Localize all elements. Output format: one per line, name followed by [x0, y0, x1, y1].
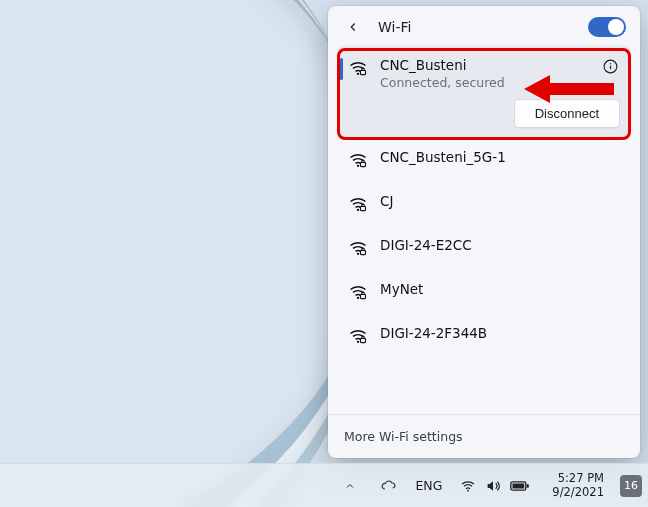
svg-rect-19: [513, 483, 525, 488]
svg-point-12: [357, 297, 359, 299]
network-ssid: DIGI-24-2F344B: [380, 324, 487, 342]
wifi-toggle[interactable]: [588, 17, 626, 37]
back-button[interactable]: [342, 16, 364, 38]
more-wifi-settings[interactable]: More Wi-Fi settings: [328, 414, 640, 458]
network-item[interactable]: CNC_Busteni_5G-1: [338, 138, 630, 180]
network-item[interactable]: MyNet: [338, 270, 630, 312]
info-icon[interactable]: [600, 56, 620, 76]
network-status: Connected, secured: [380, 75, 505, 90]
svg-rect-18: [527, 484, 529, 487]
wifi-secure-icon: [348, 58, 368, 78]
volume-icon: [485, 478, 501, 494]
wifi-flyout: Wi-Fi CNC_Busteni Connected, secured Dis…: [328, 6, 640, 458]
svg-point-1: [357, 73, 359, 75]
wifi-secure-icon: [348, 326, 368, 346]
network-ssid: DIGI-24-E2CC: [380, 236, 472, 254]
svg-point-6: [357, 165, 359, 167]
svg-rect-13: [361, 295, 366, 299]
taskbar: ENG 5:27 PM 9/2/2021 16: [0, 463, 648, 507]
network-item[interactable]: DIGI-24-E2CC: [338, 226, 630, 268]
onedrive-icon[interactable]: [374, 473, 403, 498]
flyout-title: Wi-Fi: [378, 19, 574, 35]
notification-badge[interactable]: 16: [620, 475, 642, 497]
svg-rect-2: [361, 71, 366, 75]
wifi-secure-icon: [348, 194, 368, 214]
battery-icon: [510, 479, 530, 493]
svg-point-16: [467, 489, 469, 491]
svg-rect-9: [361, 207, 366, 211]
svg-point-8: [357, 209, 359, 211]
clock-date: 9/2/2021: [552, 486, 604, 499]
clock[interactable]: 5:27 PM 9/2/2021: [548, 472, 608, 498]
network-ssid: CNC_Busteni_5G-1: [380, 148, 506, 166]
network-item-connected[interactable]: CNC_Busteni Connected, secured Disconnec…: [338, 46, 630, 136]
clock-time: 5:27 PM: [552, 472, 604, 485]
network-sound-battery[interactable]: [454, 474, 536, 498]
svg-rect-7: [361, 163, 366, 167]
wifi-secure-icon: [348, 238, 368, 258]
wifi-secure-icon: [348, 282, 368, 302]
system-tray: ENG 5:27 PM 9/2/2021 16: [338, 472, 642, 498]
svg-point-10: [357, 253, 359, 255]
language-indicator[interactable]: ENG: [415, 478, 442, 493]
svg-rect-15: [361, 339, 366, 343]
network-ssid: MyNet: [380, 280, 423, 298]
network-ssid: CNC_Busteni: [380, 56, 505, 74]
network-list: CNC_Busteni Connected, secured Disconnec…: [328, 44, 640, 358]
svg-rect-11: [361, 251, 366, 255]
disconnect-button[interactable]: Disconnect: [514, 99, 620, 128]
tray-overflow-icon[interactable]: [338, 476, 362, 496]
network-ssid: CJ: [380, 192, 393, 210]
network-item[interactable]: CJ: [338, 182, 630, 224]
svg-point-14: [357, 341, 359, 343]
network-item[interactable]: DIGI-24-2F344B: [338, 314, 630, 356]
wifi-icon: [460, 478, 476, 494]
wifi-secure-icon: [348, 150, 368, 170]
svg-point-5: [609, 62, 610, 63]
